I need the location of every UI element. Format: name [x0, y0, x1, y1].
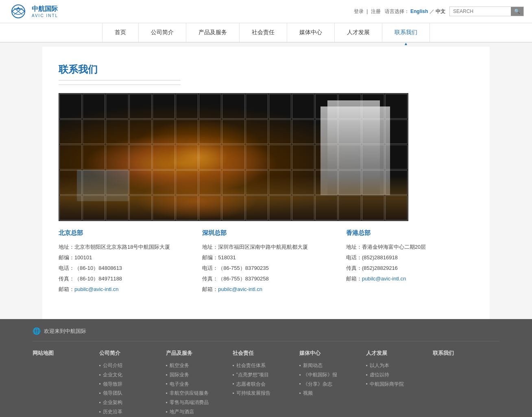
shenzhen-address: 地址：深圳市福田区深南中路中航苑航都大厦 [202, 242, 329, 252]
page-title-section: 联系我们 [59, 63, 181, 85]
products-title: 产品及服务 [166, 350, 233, 357]
nav-media[interactable]: 媒体中心 [287, 23, 335, 42]
top-links: 登录 | 注册 [354, 8, 381, 15]
hero-image [59, 93, 408, 221]
media-title: 媒体中心 [299, 350, 366, 357]
company-title: 公司简介 [99, 350, 166, 357]
contact-beijing: 北京总部 地址：北京市朝阳区北京东路18号中航国际大厦 邮编：100101 电话… [59, 229, 186, 295]
list-item: 可持续发展报告 [233, 389, 299, 398]
footer-products: 产品及服务 航空业务 国际业务 电子业务 非航空供应链服务 零售与高端消费品 地… [166, 350, 233, 417]
shenzhen-email: 邮箱：pubilc@avic-intl.cn [202, 284, 329, 295]
beijing-info: 地址：北京市朝阳区北京东路18号中航国际大厦 邮编：100101 电话：（86-… [59, 242, 186, 295]
list-item: 领导致辞 [99, 380, 166, 389]
nav-csr[interactable]: 社会责任 [240, 23, 287, 42]
hongkong-phone: 电话：(852)28816918 [346, 252, 473, 263]
beijing-email-link[interactable]: pubilc@avic-intl.cn [74, 286, 119, 292]
list-item: 虚位以待 [366, 370, 433, 380]
footer-welcome: 🌐 欢迎来到中航国际 [33, 327, 499, 341]
login-link[interactable]: 登录 [354, 9, 364, 14]
nav-company[interactable]: 公司简介 [139, 23, 186, 42]
list-item: 新闻动态 [299, 361, 366, 370]
beijing-phone: 电话：（86-10）84808613 [59, 263, 186, 274]
shenzhen-postcode: 邮编：518031 [202, 252, 329, 263]
footer-media: 媒体中心 新闻动态 《中航国际》报 《分享》杂志 视频 [299, 350, 366, 417]
list-item: 《分享》杂志 [299, 380, 366, 389]
list-item: 企业架构 [99, 398, 166, 407]
hongkong-title: 香港总部 [346, 229, 473, 237]
list-item: 领导团队 [99, 389, 166, 398]
logo-icon [8, 3, 28, 20]
mosaic-overlay [59, 94, 408, 220]
list-item: 地产与酒店 [166, 407, 233, 417]
search-button[interactable]: 🔍 [511, 7, 523, 16]
register-link[interactable]: 注册 [371, 9, 381, 14]
beijing-email: 邮箱：pubilc@avic-intl.cn [59, 284, 186, 295]
nav-products[interactable]: 产品及服务 [186, 23, 240, 42]
nav-talent[interactable]: 人才发展 [335, 23, 382, 42]
list-item: 志愿者联合会 [233, 380, 299, 389]
search-box: 🔍 [449, 7, 524, 16]
title-underline [59, 80, 181, 80]
list-item: 社会责任体系 [233, 361, 299, 370]
contact-hongkong: 香港总部 地址：香港金钟海富中心二期20层 电话：(852)28816918 传… [346, 229, 473, 295]
list-item: 国际业务 [166, 370, 233, 380]
lang-english[interactable]: English [410, 9, 428, 14]
footer-contact-title: 联系我们 [433, 350, 499, 357]
beijing-title: 北京总部 [59, 229, 186, 237]
contact-shenzhen: 深圳总部 地址：深圳市福田区深南中路中航苑航都大厦 邮编：518031 电话：（… [202, 229, 329, 295]
talent-title: 人才发展 [366, 350, 433, 357]
lang-chinese[interactable]: 中文 [436, 9, 445, 14]
shenzhen-fax: 传真：（86-755）83790258 [202, 274, 329, 284]
logo-text: 中航国际 AVIC INTL [32, 5, 58, 18]
language-selector: 语言选择： English ／ 中文 [385, 8, 445, 15]
globe-icon: 🌐 [33, 327, 41, 335]
list-item: 视频 [299, 389, 366, 398]
list-item: 非航空供应链服务 [166, 389, 233, 398]
list-item: 电子业务 [166, 380, 233, 389]
page-title: 联系我们 [59, 63, 181, 76]
contact-sections: 北京总部 地址：北京市朝阳区北京东路18号中航国际大厦 邮编：100101 电话… [59, 229, 473, 295]
footer-csr: 社会责任 社会责任体系 "点亮梦想"项目 志愿者联合会 可持续发展报告 [233, 350, 299, 417]
hongkong-info: 地址：香港金钟海富中心二期20层 电话：(852)28816918 传真：(85… [346, 242, 473, 284]
footer-talent: 人才发展 以人为本 虚位以待 中航国际商学院 [366, 350, 433, 417]
beijing-fax: 传真：（86-10）84971188 [59, 274, 186, 284]
list-item: 零售与高端消费品 [166, 398, 233, 407]
list-item: 企业文化 [99, 370, 166, 380]
sitemap-title: 网站地图 [33, 350, 99, 357]
hongkong-address: 地址：香港金钟海富中心二期20层 [346, 242, 473, 252]
beijing-postcode: 邮编：100101 [59, 252, 186, 263]
hongkong-email: 邮箱：pubilc@avic-intl.cn [346, 274, 473, 284]
list-item: 《中航国际》报 [299, 370, 366, 380]
hongkong-email-link[interactable]: pubilc@avic-intl.cn [362, 276, 406, 282]
list-item: 航空业务 [166, 361, 233, 370]
hongkong-fax: 传真：(852)28829216 [346, 263, 473, 274]
nav-bar: 首页 公司简介 产品及服务 社会责任 媒体中心 人才发展 联系我们 [0, 23, 532, 43]
beijing-address: 地址：北京市朝阳区北京东路18号中航国际大厦 [59, 242, 186, 252]
shenzhen-info: 地址：深圳市福田区深南中路中航苑航都大厦 邮编：518031 电话：（86-75… [202, 242, 329, 295]
list-item: 以人为本 [366, 361, 433, 370]
top-right: 登录 | 注册 语言选择： English ／ 中文 🔍 [354, 7, 524, 16]
top-bar: 中航国际 AVIC INTL 登录 | 注册 语言选择： English ／ 中… [0, 0, 532, 23]
list-item: "点亮梦想"项目 [233, 370, 299, 380]
list-item: 历史沿革 [99, 407, 166, 417]
search-input[interactable] [450, 7, 511, 16]
csr-title: 社会责任 [233, 350, 299, 357]
footer: 🌐 欢迎来到中航国际 网站地图 公司简介 公司介绍 企业文化 领导致辞 领导团队… [0, 319, 532, 417]
nav-contact[interactable]: 联系我们 [382, 23, 430, 42]
shenzhen-title: 深圳总部 [202, 229, 329, 237]
list-item: 公司介绍 [99, 361, 166, 370]
logo-area: 中航国际 AVIC INTL [8, 3, 58, 20]
shenzhen-email-link[interactable]: pubilc@avic-intl.cn [218, 286, 262, 292]
shenzhen-phone: 电话：（86-755）83790235 [202, 263, 329, 274]
main-content: 联系我们 [42, 47, 490, 319]
footer-sitemap: 网站地图 [33, 350, 99, 417]
nav-home[interactable]: 首页 [102, 23, 139, 42]
footer-nav: 网站地图 公司简介 公司介绍 企业文化 领导致辞 领导团队 企业架构 历史沿革 … [33, 350, 499, 417]
footer-contact-col: 联系我们 [433, 350, 499, 417]
footer-company: 公司简介 公司介绍 企业文化 领导致辞 领导团队 企业架构 历史沿革 [99, 350, 166, 417]
list-item: 中航国际商学院 [366, 380, 433, 389]
